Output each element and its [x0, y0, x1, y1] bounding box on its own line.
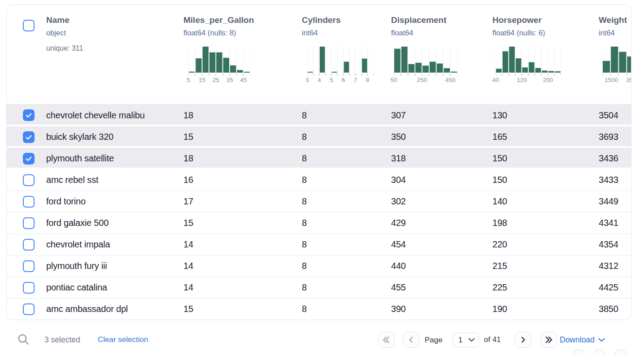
cell-horsepower: 150	[492, 153, 599, 164]
row-checkbox-cell	[7, 217, 46, 229]
row-checkbox[interactable]	[23, 174, 35, 186]
download-label: Download	[560, 334, 595, 346]
histogram-displacement[interactable]: 50250450	[394, 47, 457, 84]
table-row[interactable]: amc ambassador dpl 15 8 390 190 3850	[7, 298, 631, 320]
chevron-down-icon	[468, 338, 475, 342]
histogram-bars	[602, 47, 631, 76]
cell-weight: 3436	[599, 153, 631, 164]
page-select[interactable]: 1	[453, 333, 479, 347]
last-page-button[interactable]	[541, 332, 557, 348]
cell-horsepower: 150	[492, 175, 599, 185]
select-all-checkbox[interactable]	[23, 20, 35, 31]
cell-name: chevrolet impala	[46, 239, 183, 250]
histogram-bars	[394, 47, 457, 76]
table-row[interactable]: buick skylark 320 15 8 350 165 3693	[7, 126, 631, 147]
axis-tick-label: 40	[492, 77, 499, 84]
histogram-horsepower[interactable]: 40120200	[496, 47, 561, 84]
cell-displacement: 440	[391, 261, 492, 271]
histogram-miles-per-gallon[interactable]: 515253545	[188, 47, 250, 84]
cell-mpg: 14	[183, 261, 302, 271]
cell-displacement: 307	[391, 110, 492, 121]
table-header: Name object unique: 311 Miles_per_Gallon…	[7, 5, 631, 104]
cell-displacement: 429	[391, 218, 492, 228]
axis-tick-label: 50	[390, 77, 397, 84]
table-row[interactable]: plymouth satellite 18 8 318 150 3436	[7, 147, 631, 169]
histogram-weight[interactable]: 15003500	[602, 47, 631, 84]
table-body: chevrolet chevelle malibu 18 8 307 130 3…	[7, 104, 631, 320]
search-icon[interactable]	[17, 333, 30, 346]
row-checkbox[interactable]	[23, 282, 35, 294]
column-title: Weight	[599, 15, 631, 26]
cell-horsepower: 220	[492, 239, 599, 250]
row-checkbox[interactable]	[23, 131, 35, 143]
next-page-button[interactable]	[515, 332, 531, 348]
header-checkbox-cell	[7, 5, 46, 104]
cell-cylinders: 8	[302, 110, 391, 121]
column-title: Horsepower	[492, 15, 599, 26]
cell-weight: 3693	[599, 132, 631, 142]
table-row[interactable]: chevrolet impala 14 8 454 220 4354	[7, 234, 631, 255]
cell-cylinders: 8	[302, 196, 391, 207]
row-checkbox[interactable]	[23, 239, 35, 251]
column-header-horsepower[interactable]: Horsepower float64 (nulls: 6) 40120200	[492, 5, 599, 104]
row-checkbox[interactable]	[23, 260, 35, 272]
table-row[interactable]: plymouth fury iii 14 8 440 215 4312	[7, 255, 631, 277]
column-type: int64	[302, 29, 391, 37]
row-checkbox[interactable]	[23, 303, 35, 315]
cell-weight: 3433	[599, 175, 631, 185]
previous-page-button[interactable]	[403, 332, 419, 348]
cell-displacement: 455	[391, 282, 492, 293]
row-checkbox[interactable]	[23, 153, 35, 165]
cell-weight: 3850	[599, 304, 631, 314]
cell-weight: 4312	[599, 261, 631, 271]
cell-weight: 3504	[599, 110, 631, 121]
cell-mpg: 18	[183, 110, 302, 121]
cell-name: buick skylark 320	[46, 132, 183, 142]
cell-name: plymouth fury iii	[46, 261, 183, 271]
cell-mpg: 18	[183, 153, 302, 164]
row-checkbox[interactable]	[23, 109, 35, 121]
first-page-button[interactable]	[378, 332, 394, 348]
cell-horsepower: 130	[492, 110, 599, 121]
page-label: Page	[425, 334, 443, 346]
cell-weight: 4354	[599, 239, 631, 250]
cell-displacement: 302	[391, 196, 492, 207]
double-chevron-right-icon	[544, 334, 554, 345]
histogram-axis-labels: 15003500	[602, 77, 631, 84]
table-row[interactable]: amc rebel sst 16 8 304 150 3433	[7, 169, 631, 190]
checkmark-icon	[25, 155, 33, 163]
chevron-right-icon	[518, 334, 528, 345]
row-checkbox-cell	[7, 109, 46, 121]
cell-cylinders: 8	[302, 239, 391, 250]
column-header-weight[interactable]: Weight int64 15003500	[599, 5, 631, 104]
histogram-axis-labels: 345678	[307, 77, 374, 84]
column-header-cylinders[interactable]: Cylinders int64 345678	[302, 5, 391, 104]
row-checkbox[interactable]	[23, 217, 35, 229]
cell-horsepower: 198	[492, 218, 599, 228]
table-row[interactable]: pontiac catalina 14 8 455 225 4425	[7, 277, 631, 298]
chevron-left-icon	[406, 334, 417, 345]
axis-tick-label: 15	[199, 77, 205, 84]
axis-tick-label: 450	[445, 77, 456, 84]
axis-tick-label: 200	[543, 77, 553, 84]
table-row[interactable]: ford galaxie 500 15 8 429 198 4341	[7, 212, 631, 234]
cell-horsepower: 165	[492, 132, 599, 142]
cell-horsepower: 215	[492, 261, 599, 271]
cell-name: ford torino	[46, 196, 183, 207]
table-row[interactable]: chevrolet chevelle malibu 18 8 307 130 3…	[7, 104, 631, 126]
table-row[interactable]: ford torino 17 8 302 140 3449	[7, 190, 631, 212]
download-button[interactable]: Download	[560, 334, 605, 346]
cell-cylinders: 8	[302, 132, 391, 142]
column-type: object	[46, 29, 183, 37]
column-header-name[interactable]: Name object unique: 311	[46, 5, 183, 104]
row-checkbox-cell	[7, 174, 46, 186]
row-checkbox[interactable]	[23, 196, 35, 208]
cell-displacement: 304	[391, 175, 492, 185]
column-header-miles-per-gallon[interactable]: Miles_per_Gallon float64 (nulls: 8) 5152…	[183, 5, 302, 104]
row-checkbox-cell	[7, 260, 46, 272]
clear-selection-button[interactable]: Clear selection	[98, 334, 148, 346]
column-header-displacement[interactable]: Displacement float64 50250450	[391, 5, 492, 104]
column-type: int64	[599, 29, 631, 37]
axis-tick-label: 45	[240, 77, 247, 84]
histogram-cylinders[interactable]: 345678	[307, 47, 374, 84]
